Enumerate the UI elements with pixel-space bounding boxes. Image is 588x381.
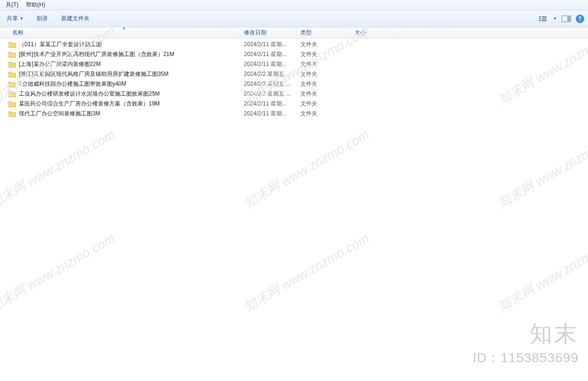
toolbar-left: 共享 ▼ 刻录 新建文件夹: [4, 13, 92, 24]
column-name[interactable]: 名称 ▲: [8, 27, 240, 39]
file-date: 2024/2/2 星期五 ...: [240, 90, 297, 98]
file-name: 某医药公司综合生产厂房办公楼装修方案（含效果）19M: [19, 100, 160, 108]
burn-label: 刻录: [37, 15, 48, 23]
new-folder-label: 新建文件夹: [61, 15, 89, 23]
svg-rect-5: [542, 20, 547, 21]
file-name: 现代工厂办公空间装修施工图3M: [19, 110, 100, 118]
file-type: 文件夹: [297, 100, 351, 108]
watermark: 知末网 www.znzmo.com: [495, 126, 588, 212]
file-row[interactable]: [浙江]高新园区现代风格厂房及辅助用房扩建装修施工图35M2024/2/2 星期…: [8, 69, 588, 79]
folder-icon: [8, 81, 16, 88]
watermark: 知末网 www.znzmo.com: [495, 229, 588, 316]
file-name-cell: 工业风办公楼研发楼设计水泥墙办公室施工图效果图25M: [8, 90, 240, 98]
brand-id: ID：1153853699: [473, 349, 579, 367]
burn-button[interactable]: 刻录: [34, 13, 51, 24]
file-date: 2024/2/11 星期...: [240, 41, 297, 49]
file-name-cell: 现代工厂办公空间装修施工图3M: [8, 110, 240, 118]
column-size[interactable]: 大小: [351, 27, 398, 39]
file-name: [浙江]高新园区现代风格厂房及辅助用房扩建装修施工图35M: [19, 70, 169, 78]
file-name-cell: [浙江]高新园区现代风格厂房及辅助用房扩建装修施工图35M: [8, 70, 240, 78]
watermark: 知末网 www.znzmo.com: [241, 229, 372, 316]
svg-rect-4: [542, 18, 547, 19]
file-name: 工业风办公楼研发楼设计水泥墙办公室施工图效果图25M: [19, 90, 160, 98]
file-list: （011）某某工厂全套设计施工图2024/2/11 星期...文件夹[胶州]技术…: [0, 39, 588, 119]
file-name-cell: [胶州]技术产业开发区高档现代厂房装修施工图（含效果）21M: [8, 50, 240, 58]
file-name-cell: （011）某某工厂全套设计施工图: [8, 41, 240, 49]
column-type[interactable]: 类型: [297, 27, 351, 39]
watermark: 知末网 www.znzmo.com: [241, 126, 372, 212]
view-options-button[interactable]: [538, 15, 549, 23]
share-label: 共享: [7, 15, 18, 23]
column-date[interactable]: 修改日期: [240, 27, 297, 39]
file-type: 文件夹: [297, 80, 351, 88]
help-icon: ?: [578, 16, 581, 22]
svg-rect-1: [539, 18, 541, 19]
column-size-label: 大小: [354, 29, 366, 37]
watermark: 知末网 www.znzmo.com: [0, 229, 118, 316]
file-row[interactable]: 现代工厂办公空间装修施工图3M2024/2/11 星期...文件夹: [8, 109, 588, 119]
sort-ascending-icon: ▲: [122, 26, 126, 30]
file-date: 2024/2/11 星期...: [240, 100, 297, 108]
file-row[interactable]: 2金德威科技园办公楼施工图带效果图y40M2024/2/2 星期五 ...文件夹: [8, 79, 588, 89]
folder-icon: [8, 101, 16, 107]
file-type: 文件夹: [297, 110, 351, 118]
file-row[interactable]: [胶州]技术产业开发区高档现代厂房装修施工图（含效果）21M2024/2/11 …: [8, 49, 588, 59]
file-type: 文件夹: [297, 90, 351, 98]
svg-rect-0: [539, 16, 541, 17]
menu-help[interactable]: 帮助(H): [22, 0, 49, 10]
list-view-icon: [539, 16, 548, 22]
chevron-down-icon: ▼: [20, 16, 24, 21]
brand-mark: 知末 ID：1153853699: [473, 319, 579, 367]
file-date: 2024/2/11 星期...: [240, 50, 297, 58]
folder-icon: [8, 41, 16, 48]
menubar: 具(T) 帮助(H): [0, 0, 588, 10]
file-type: 文件夹: [297, 41, 351, 49]
file-name: [胶州]技术产业开发区高档现代厂房装修施工图（含效果）21M: [19, 50, 174, 58]
help-button[interactable]: ?: [576, 15, 584, 23]
file-row[interactable]: （011）某某工厂全套设计施工图2024/2/11 星期...文件夹: [8, 40, 588, 49]
file-row[interactable]: 某医药公司综合生产厂房办公楼装修方案（含效果）19M2024/2/11 星期..…: [8, 99, 588, 109]
folder-icon: [8, 71, 16, 78]
folder-icon: [8, 61, 16, 68]
file-type: 文件夹: [297, 50, 351, 58]
new-folder-button[interactable]: 新建文件夹: [58, 13, 92, 24]
file-date: 2024/2/11 星期...: [240, 60, 297, 68]
menu-tools[interactable]: 具(T): [2, 0, 22, 10]
folder-icon: [8, 111, 16, 117]
folder-icon: [8, 91, 16, 97]
preview-pane-icon: [562, 16, 571, 22]
svg-rect-3: [542, 16, 547, 17]
file-name-cell: 2金德威科技园办公楼施工图带效果图y40M: [8, 80, 240, 88]
folder-icon: [8, 51, 16, 58]
file-date: 2024/2/2 星期五 ...: [240, 70, 297, 78]
file-row[interactable]: [上海]某办公厂房室内装修图22M2024/2/11 星期...文件夹: [8, 59, 588, 69]
file-date: 2024/2/11 星期...: [240, 110, 297, 118]
column-headers: 名称 ▲ 修改日期 类型 大小: [0, 27, 588, 39]
file-type: 文件夹: [297, 70, 351, 78]
share-button[interactable]: 共享 ▼: [4, 13, 26, 24]
svg-rect-7: [567, 16, 571, 22]
file-name-cell: 某医药公司综合生产厂房办公楼装修方案（含效果）19M: [8, 100, 240, 108]
brand-text: 知末: [473, 319, 579, 349]
file-name: （011）某某工厂全套设计施工图: [19, 41, 102, 49]
preview-pane-button[interactable]: [561, 15, 572, 23]
file-name: 2金德威科技园办公楼施工图带效果图y40M: [19, 80, 126, 88]
file-name: [上海]某办公厂房室内装修图22M: [19, 60, 101, 68]
column-type-label: 类型: [300, 29, 312, 37]
chevron-down-icon[interactable]: ▼: [553, 16, 557, 21]
toolbar-right: ▼ ?: [538, 15, 584, 23]
column-name-label: 名称: [12, 29, 24, 37]
file-row[interactable]: 工业风办公楼研发楼设计水泥墙办公室施工图效果图25M2024/2/2 星期五 .…: [8, 89, 588, 99]
file-date: 2024/2/2 星期五 ...: [240, 80, 297, 88]
file-type: 文件夹: [297, 60, 351, 68]
file-name-cell: [上海]某办公厂房室内装修图22M: [8, 60, 240, 68]
column-date-label: 修改日期: [244, 29, 266, 37]
watermark: 知末网 www.znzmo.com: [0, 126, 118, 212]
svg-rect-2: [539, 20, 541, 21]
toolbar: 共享 ▼ 刻录 新建文件夹 ▼: [0, 10, 588, 27]
